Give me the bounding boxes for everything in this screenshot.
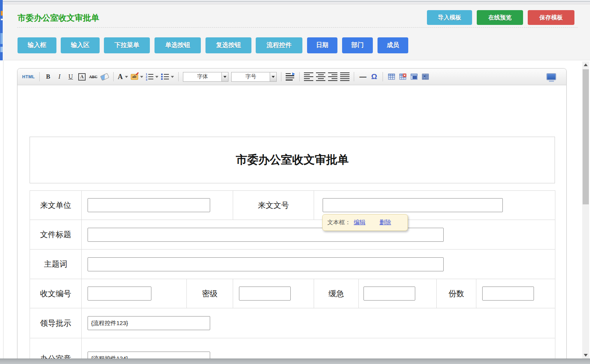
remove-format-button[interactable] (100, 71, 109, 82)
field-label-zhutici: 主题词 (30, 250, 82, 279)
chevron-down-icon (171, 76, 174, 78)
toolbar-separator (39, 72, 40, 81)
widget-button-input-box[interactable]: 输入框 (18, 37, 56, 53)
field-cell (82, 279, 187, 308)
field-label-huanji: 缓急 (314, 279, 359, 308)
sidebar-fragment-icon (0, 47, 3, 52)
table-row: 收文编号 密级 缓急 份数 (30, 279, 555, 308)
field-cell (476, 279, 555, 308)
unordered-list-button[interactable] (161, 71, 174, 82)
sidebar-fragment-icon (0, 33, 3, 44)
form-table: 来文单位 来文文号 文件标题 主题词 收文编号 密级 (30, 190, 555, 364)
field-cell (82, 191, 233, 220)
textbox-widget-tooltip: 文本框： 编辑 删除 (322, 214, 408, 231)
miji-input[interactable] (239, 287, 291, 301)
font-color-icon: A (118, 73, 123, 81)
import-template-button[interactable]: 导入模板 (427, 10, 472, 25)
huanji-input[interactable] (363, 287, 415, 301)
page-title: 市委办公室收文审批单 (18, 12, 99, 23)
font-family-select[interactable]: 字体 (183, 72, 228, 82)
highlight-icon: ab (131, 74, 138, 80)
font-color-button[interactable]: A (118, 71, 128, 82)
scroll-down-button[interactable] (582, 352, 589, 359)
align-justify-button[interactable] (340, 71, 349, 82)
vertical-scrollbar[interactable] (582, 62, 589, 359)
align-right-button[interactable] (328, 71, 337, 82)
field-cell (233, 279, 314, 308)
source-code-button[interactable]: HTML (22, 71, 35, 82)
delete-table-icon (399, 73, 406, 80)
cell-properties-button[interactable] (421, 71, 430, 82)
scrollbar-thumb[interactable] (583, 69, 589, 204)
laiwen-danwei-input[interactable] (88, 198, 210, 212)
field-cell (82, 308, 555, 338)
highlight-color-button[interactable]: ab (131, 71, 143, 82)
paragraph-format-button[interactable] (286, 71, 295, 82)
header-divider (17, 27, 578, 28)
monitor-icon (546, 73, 556, 80)
style-button[interactable]: A (78, 71, 86, 82)
italic-button[interactable]: I (55, 71, 64, 82)
tooltip-label: 文本框： (327, 219, 351, 226)
lingdao-pishi-input[interactable] (88, 316, 210, 330)
special-character-button[interactable]: Ω (370, 71, 378, 82)
fenshu-input[interactable] (482, 287, 534, 301)
scroll-up-button[interactable] (582, 62, 589, 68)
delete-link[interactable]: 删除 (379, 219, 391, 226)
editor-canvas[interactable]: 市委办公室收文审批单 来文单位 来文文号 文件标题 主 (18, 85, 566, 364)
chevron-down-icon (140, 76, 143, 78)
table-properties-button[interactable] (410, 71, 418, 82)
fullscreen-preview-button[interactable] (546, 71, 556, 82)
toolbar-separator (281, 72, 281, 81)
widget-button-flow-control[interactable]: 流程控件 (256, 37, 302, 53)
horizontal-rule-button[interactable]: — (358, 71, 367, 82)
sidebar-fragment-icon (1, 19, 3, 20)
table-row: 领导批示 (30, 308, 555, 338)
edit-link[interactable]: 编辑 (354, 219, 365, 226)
align-center-icon (316, 72, 325, 81)
boxed-a-icon: A (78, 73, 86, 81)
ordered-list-button[interactable] (146, 71, 159, 82)
widget-button-date[interactable]: 日期 (307, 37, 337, 53)
field-label-laiwen-wenhao: 来文文号 (233, 191, 314, 220)
delete-table-button[interactable] (399, 71, 407, 82)
field-label-fenshu: 份数 (437, 279, 476, 308)
font-size-select[interactable]: 字号 (231, 72, 277, 82)
cell-properties-icon (422, 73, 429, 80)
shouwen-bianhao-input[interactable] (88, 287, 151, 301)
table-row: 来文单位 来文文号 (30, 191, 555, 220)
widget-button-dropdown[interactable]: 下拉菜单 (104, 37, 150, 53)
widget-button-checkbox[interactable]: 复选按钮 (205, 37, 251, 53)
save-template-button[interactable]: 保存模板 (528, 10, 574, 25)
form-title: 市委办公室收文审批单 (236, 152, 349, 168)
chevron-down-icon (125, 76, 128, 78)
widget-button-radio[interactable]: 单选按钮 (155, 37, 201, 53)
zhutici-input[interactable] (88, 257, 444, 271)
align-center-button[interactable] (316, 71, 325, 82)
left-sidebar-strip (0, 0, 3, 60)
strikethrough-button[interactable]: ABC (89, 71, 98, 82)
widget-button-input-area[interactable]: 输入区 (61, 37, 100, 53)
field-cell (82, 220, 555, 250)
laiwen-wenhao-input[interactable] (323, 198, 503, 212)
rich-text-editor: HTML B I U A ABC A ab (17, 68, 567, 364)
bold-button[interactable]: B (44, 71, 53, 82)
toolbar-separator (178, 72, 179, 81)
font-size-dropdown-arrow[interactable] (270, 72, 276, 81)
online-preview-button[interactable]: 在线预览 (477, 10, 523, 25)
widget-button-department[interactable]: 部门 (342, 37, 373, 53)
table-row: 主题词 (30, 250, 555, 279)
sidebar-fragment-icon (1, 11, 3, 16)
chevron-down-icon (272, 76, 275, 78)
field-label-lingdao-pishi: 领导批示 (30, 308, 82, 338)
toolbar-separator (113, 72, 114, 81)
indent-arrow-icon (286, 73, 295, 81)
scroll-down-icon (584, 354, 588, 357)
font-family-dropdown-arrow[interactable] (221, 72, 228, 81)
insert-table-button[interactable] (387, 71, 396, 82)
editor-toolbar: HTML B I U A ABC A ab (18, 69, 566, 85)
header-panel: 市委办公室收文审批单 导入模板 在线预览 保存模板 输入框 输入区 下拉菜单 单… (3, 4, 590, 60)
align-left-button[interactable] (304, 71, 313, 82)
underline-button[interactable]: U (67, 71, 75, 82)
widget-button-member[interactable]: 成员 (378, 37, 408, 53)
